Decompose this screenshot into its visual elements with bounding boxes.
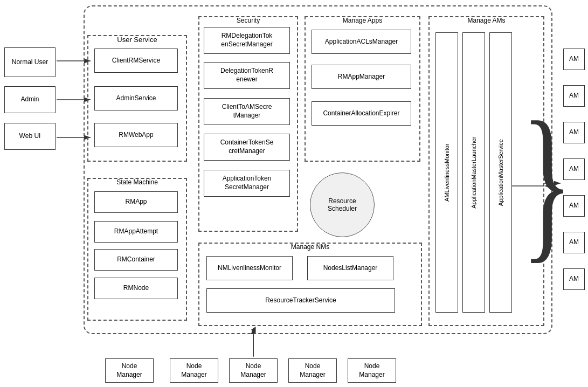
admin-service-box: AdminService bbox=[94, 86, 178, 110]
rmcontainer-label: RMContainer bbox=[117, 255, 155, 264]
rmapp-label: RMApp bbox=[125, 198, 147, 206]
state-machine-label: State Machine bbox=[116, 178, 158, 186]
rm-webapp-label: RMWebApp bbox=[119, 131, 153, 140]
admin-service-label: AdminService bbox=[116, 94, 156, 103]
rmapp-box: RMApp bbox=[94, 191, 178, 213]
app-acls-label: ApplicationACLsManager bbox=[325, 38, 398, 46]
rmapp-attempt-box: RMAppAttempt bbox=[94, 221, 178, 243]
security-label: Security bbox=[237, 17, 260, 24]
nm-liveness-label: NMLivenlinessMonitor bbox=[218, 264, 281, 273]
resource-tracker-box: ResourceTrackerService bbox=[206, 288, 395, 313]
am-2-box: AM bbox=[563, 85, 585, 107]
node-manager-3-box: NodeManager bbox=[229, 358, 278, 383]
rm-delegation-box: RMDelegationTokenSecretManager bbox=[204, 27, 290, 54]
node-manager-1-box: NodeManager bbox=[105, 358, 154, 383]
admin-box: Admin bbox=[4, 86, 56, 113]
am-liveness-box: AMLivenlinessMonitor bbox=[435, 32, 458, 313]
rm-webapp-box: RMWebApp bbox=[94, 123, 178, 147]
manage-apps-label: Manage Apps bbox=[343, 17, 382, 24]
am-launcher-rotated-label: ApplicationMasterLauncher bbox=[470, 136, 478, 208]
resource-scheduler-circle: ResourceScheduler bbox=[310, 172, 375, 237]
user-service-label: User Service bbox=[117, 36, 157, 44]
am-service-box: ApplicationMasterService bbox=[489, 32, 512, 313]
nodes-list-label: NodesListManager bbox=[323, 264, 378, 273]
manage-nms-label: Manage NMs bbox=[291, 243, 329, 251]
client-to-am-label: ClientToAMSecretManager bbox=[222, 103, 272, 120]
admin-label: Admin bbox=[20, 95, 39, 104]
rmcontainer-box: RMContainer bbox=[94, 249, 178, 271]
manage-ams-label: Manage AMs bbox=[467, 17, 505, 24]
diagram-container: Normal User Admin Web UI User Service Cl… bbox=[0, 0, 588, 387]
rm-delegation-label: RMDelegationTokenSecretManager bbox=[221, 32, 272, 49]
am-3-box: AM bbox=[563, 122, 585, 143]
normal-user-box: Normal User bbox=[4, 47, 56, 77]
rmapp-attempt-label: RMAppAttempt bbox=[114, 227, 158, 236]
delegation-token-renewer-box: DelegationTokenRenewer bbox=[204, 62, 290, 89]
app-acls-box: ApplicationACLsManager bbox=[312, 30, 411, 54]
rm-app-manager-box: RMAppManager bbox=[312, 65, 411, 89]
client-to-am-box: ClientToAMSecretManager bbox=[204, 98, 290, 125]
client-rm-service-box: ClientRMService bbox=[94, 49, 178, 73]
nm-liveness-box: NMLivenlinessMonitor bbox=[206, 256, 293, 280]
app-token-box: ApplicationTokenSecretManager bbox=[204, 170, 290, 197]
delegation-token-renewer-label: DelegationTokenRenewer bbox=[220, 67, 273, 84]
container-allocation-label: ContainerAllocationExpirer bbox=[323, 109, 399, 118]
node-manager-2-box: NodeManager bbox=[170, 358, 218, 383]
am-service-rotated-label: ApplicationMasterService bbox=[497, 139, 504, 206]
manage-nms-dashed: Manage NMs bbox=[198, 243, 422, 326]
am-launcher-box: ApplicationMasterLauncher bbox=[462, 32, 485, 313]
container-token-box: ContainerTokenSecretManager bbox=[204, 134, 290, 161]
app-token-label: ApplicationTokenSecretManager bbox=[223, 175, 272, 191]
client-rm-service-label: ClientRMService bbox=[112, 57, 160, 65]
am-liveness-rotated-label: AMLivenlinessMonitor bbox=[443, 143, 451, 202]
rmnode-label: RMNode bbox=[123, 284, 149, 293]
resource-scheduler-label: ResourceScheduler bbox=[328, 197, 357, 212]
am-1-box: AM bbox=[563, 49, 585, 70]
curly-brace: } bbox=[542, 46, 552, 318]
am-5-box: AM bbox=[563, 195, 585, 217]
rmnode-box: RMNode bbox=[94, 278, 178, 299]
web-ui-label: Web UI bbox=[19, 132, 41, 141]
node-manager-4-box: NodeManager bbox=[288, 358, 337, 383]
am-4-box: AM bbox=[563, 158, 585, 180]
normal-user-label: Normal User bbox=[12, 58, 48, 67]
am-6-box: AM bbox=[563, 232, 585, 253]
container-token-label: ContainerTokenSecretManager bbox=[220, 139, 274, 155]
nodes-list-box: NodesListManager bbox=[307, 256, 393, 280]
node-manager-5-box: NodeManager bbox=[348, 358, 396, 383]
rm-app-manager-label: RMAppManager bbox=[338, 73, 385, 81]
container-allocation-box: ContainerAllocationExpirer bbox=[312, 101, 411, 126]
resource-tracker-label: ResourceTrackerService bbox=[265, 296, 336, 305]
web-ui-box: Web UI bbox=[4, 123, 56, 150]
am-7-box: AM bbox=[563, 268, 585, 290]
